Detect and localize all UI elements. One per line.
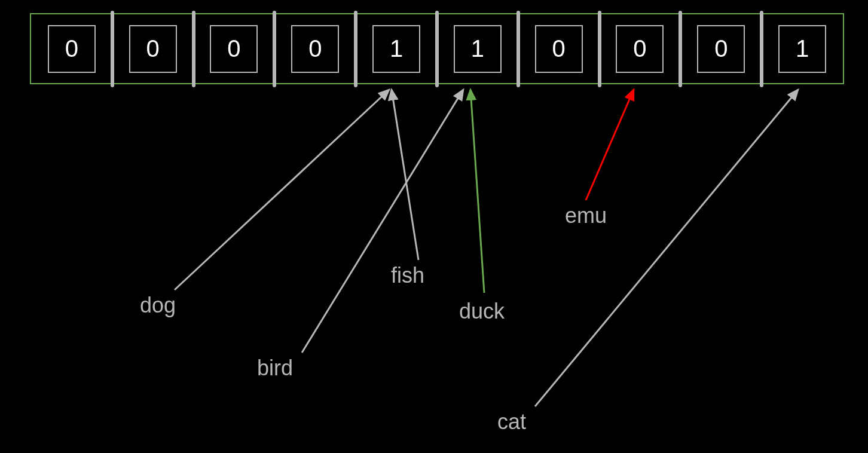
diagram-canvas: 0 0 0 0 1 1 0 0 <box>0 0 868 453</box>
bit-cell: 0 <box>697 25 745 73</box>
bit-cell: 0 <box>535 25 583 73</box>
label-cat: cat <box>497 409 526 434</box>
bit-cell: 0 <box>210 25 258 73</box>
label-fish: fish <box>391 263 424 288</box>
bit-value: 0 <box>146 35 160 62</box>
bit-slot-7: 0 <box>600 14 681 83</box>
arrow-bird <box>302 90 463 353</box>
bit-slot-9: 1 <box>762 14 843 83</box>
bit-value: 0 <box>308 35 322 62</box>
bit-slot-2: 0 <box>194 14 275 83</box>
bit-cell: 0 <box>616 25 664 73</box>
bit-value: 0 <box>65 35 78 62</box>
bit-cell: 1 <box>454 25 502 73</box>
arrow-dog <box>175 90 389 290</box>
bit-value: 1 <box>471 35 484 62</box>
bit-slot-1: 0 <box>112 14 194 83</box>
bit-cell: 0 <box>291 25 339 73</box>
bit-slot-3: 0 <box>274 14 356 83</box>
arrow-emu <box>586 90 634 200</box>
bit-value: 0 <box>227 35 240 62</box>
bit-value: 0 <box>552 35 566 62</box>
label-dog: dog <box>140 293 176 318</box>
bit-value: 0 <box>633 35 646 62</box>
label-emu: emu <box>565 203 607 228</box>
arrow-cat <box>535 90 798 406</box>
bit-slot-6: 0 <box>518 14 600 83</box>
bit-slot-4: 1 <box>356 14 437 83</box>
label-duck: duck <box>459 299 505 324</box>
arrow-duck <box>470 90 484 293</box>
bit-slot-0: 0 <box>31 14 112 83</box>
bit-cell: 0 <box>129 25 177 73</box>
bit-cell: 1 <box>778 25 826 73</box>
bit-value: 0 <box>714 35 728 62</box>
bit-cell: 1 <box>372 25 420 73</box>
bit-value: 1 <box>390 35 403 62</box>
bit-value: 1 <box>796 35 809 62</box>
bit-slot-8: 0 <box>680 14 762 83</box>
arrow-fish <box>392 90 418 260</box>
label-bird: bird <box>257 356 293 381</box>
bit-slot-5: 1 <box>437 14 518 83</box>
bit-array: 0 0 0 0 1 1 0 0 <box>30 13 844 84</box>
bit-cell: 0 <box>48 25 96 73</box>
